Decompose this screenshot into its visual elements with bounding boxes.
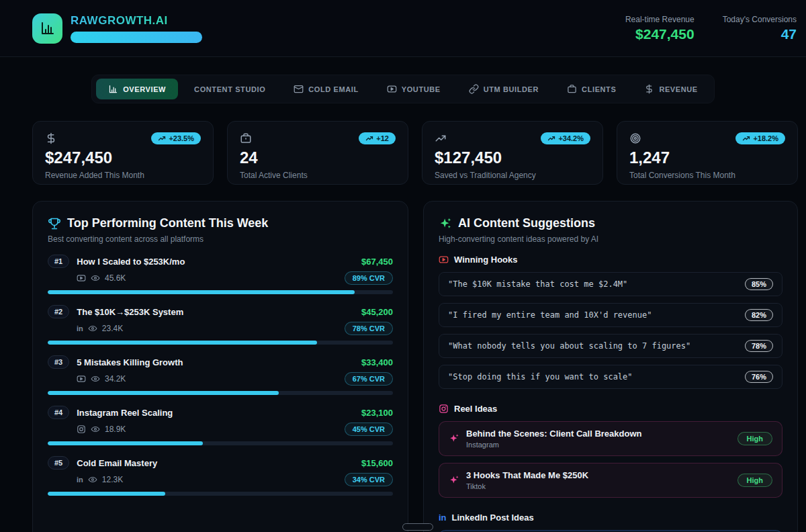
stat-label: Saved vs Traditional Agency: [435, 171, 590, 180]
stat-label: Total Conversions This Month: [629, 171, 785, 180]
trending-up-icon: [547, 134, 555, 142]
panel-title: AI Content Suggestions: [458, 216, 595, 230]
tab-youtube[interactable]: YOUTUBE: [375, 79, 453, 99]
content-revenue: $45,200: [361, 307, 393, 317]
scrollbar-thumb[interactable]: [402, 523, 433, 531]
content-row[interactable]: #4 Instagram Reel Scaling $23,100 18.9K …: [48, 406, 393, 445]
progress-fill: [48, 290, 355, 294]
content-row[interactable]: #5 Cold Email Mastery $15,600 in 12.3K 3…: [48, 456, 393, 496]
youtube-icon: [439, 255, 449, 265]
progress-track: [48, 341, 393, 345]
reel-idea-card[interactable]: 3 Hooks That Made Me $250K Tiktok High: [439, 463, 782, 498]
tab-cold-email[interactable]: COLD EMAIL: [281, 79, 370, 99]
tab-utm-builder[interactable]: UTM BUILDER: [457, 79, 551, 99]
priority-badge: High: [737, 432, 772, 445]
top-content-panel: Top Performing Content This Week Best co…: [32, 201, 408, 532]
realtime-revenue-label: Real-time Revenue: [625, 15, 695, 24]
reel-title: 3 Hooks That Made Me $250K: [466, 470, 588, 480]
reel-idea-card[interactable]: Behind the Scenes: Client Call Breakdown…: [439, 421, 782, 456]
tab-label: CLIENTS: [582, 85, 616, 93]
tab-content-studio[interactable]: CONTENT STUDIO: [182, 80, 277, 99]
sparkles-icon: [439, 217, 452, 230]
todays-conversions-stat: Today's Conversions 47: [723, 15, 797, 42]
stat-card-active-clients: +12 24 Total Active Clients: [227, 121, 408, 185]
trend-badge: +34.2%: [541, 132, 590, 144]
stat-value: 24: [240, 148, 396, 167]
content-revenue: $23,100: [361, 408, 393, 418]
hook-text: "I fired my entire team and 10X'd revenu…: [448, 310, 652, 320]
progress-fill: [48, 391, 279, 395]
tab-label: REVENUE: [659, 85, 697, 93]
trending-up-icon: [742, 134, 750, 142]
stat-value: $247,450: [45, 148, 201, 167]
tab-overview[interactable]: OVERVIEW: [96, 79, 178, 99]
mail-icon: [294, 84, 304, 94]
sparkles-icon: [449, 433, 459, 444]
hook-score-badge: 85%: [745, 278, 773, 290]
content-title: Instagram Reel Scaling: [77, 408, 173, 418]
hook-text: "Stop doing this if you want to scale": [448, 372, 633, 382]
eye-icon: [88, 475, 97, 484]
hook-row[interactable]: "I fired my entire team and 10X'd revenu…: [439, 303, 782, 327]
cvr-badge: 34% CVR: [345, 473, 393, 486]
content-row[interactable]: #2 The $10K→$253K System $45,200 in 23.4…: [48, 305, 393, 345]
instagram-icon: [77, 425, 86, 434]
eye-icon: [91, 425, 100, 434]
tab-label: OVERVIEW: [123, 85, 166, 93]
priority-badge: High: [737, 474, 772, 487]
stat-value: $127,450: [435, 148, 590, 167]
hook-score-badge: 76%: [745, 371, 773, 383]
content-views: 18.9K: [105, 425, 126, 434]
content-revenue: $15,600: [361, 458, 393, 468]
hook-row[interactable]: "The $10K mistake that cost me $2.4M" 85…: [439, 272, 782, 296]
stat-label: Revenue Added This Month: [45, 171, 201, 180]
tab-revenue[interactable]: REVENUE: [632, 79, 709, 99]
tab-clients[interactable]: CLIENTS: [555, 79, 628, 99]
section-heading: LinkedIn Post Ideas: [452, 513, 534, 523]
cvr-badge: 78% CVR: [345, 322, 393, 335]
progress-track: [48, 441, 393, 445]
bar-chart-icon: [108, 84, 118, 94]
eye-icon: [91, 374, 100, 384]
instagram-icon: [439, 404, 449, 414]
hook-text: "What nobody tells you about scaling to …: [448, 341, 690, 351]
cvr-badge: 89% CVR: [345, 271, 393, 285]
eye-icon: [88, 324, 97, 333]
rank-badge: #4: [48, 406, 69, 419]
hook-score-badge: 78%: [745, 340, 773, 352]
content-title: The $10K→$253K System: [77, 307, 183, 317]
reel-title: Behind the Scenes: Client Call Breakdown: [466, 429, 642, 439]
stat-card-revenue-added: +23.5% $247,450 Revenue Added This Month: [32, 121, 214, 185]
brand-accent-bar: [71, 32, 202, 43]
hook-text: "The $10K mistake that cost me $2.4M": [448, 279, 627, 289]
hook-row[interactable]: "Stop doing this if you want to scale" 7…: [439, 365, 782, 389]
trophy-icon: [48, 217, 61, 230]
trend-badge-value: +34.2%: [558, 134, 584, 142]
realtime-revenue-value: $247,450: [625, 26, 695, 42]
youtube-icon: [387, 84, 397, 94]
brand-title: RAWGROWTH.AI: [71, 14, 202, 28]
content-row[interactable]: #3 5 Mistakes Killing Growth $33,400 34.…: [48, 355, 393, 395]
tab-label: YOUTUBE: [402, 85, 441, 93]
progress-fill: [48, 341, 317, 345]
trend-badge: +18.2%: [735, 132, 785, 144]
dollar-icon: [45, 132, 57, 144]
tab-label: COLD EMAIL: [308, 85, 358, 93]
todays-conversions-label: Today's Conversions: [723, 15, 797, 24]
trend-badge: +23.5%: [151, 132, 201, 144]
cvr-badge: 45% CVR: [345, 423, 393, 436]
trending-up-icon: [158, 134, 166, 142]
bar-chart-icon: [40, 20, 56, 36]
panel-title: Top Performing Content This Week: [67, 216, 268, 230]
hook-row[interactable]: "What nobody tells you about scaling to …: [439, 334, 782, 358]
content-views: 34.2K: [105, 374, 126, 384]
reel-platform: Tiktok: [466, 482, 588, 490]
reel-platform: Instagram: [466, 441, 642, 449]
stat-card-conversions: +18.2% 1,247 Total Conversions This Mont…: [617, 121, 798, 185]
content-row[interactable]: #1 How I Scaled to $253K/mo $67,450 45.6…: [48, 255, 393, 294]
content-revenue: $33,400: [361, 357, 393, 367]
progress-track: [48, 290, 393, 294]
progress-fill: [48, 492, 165, 496]
content-views: 23.4K: [102, 324, 123, 333]
panel-subtitle: Best converting content across all platf…: [48, 234, 393, 244]
